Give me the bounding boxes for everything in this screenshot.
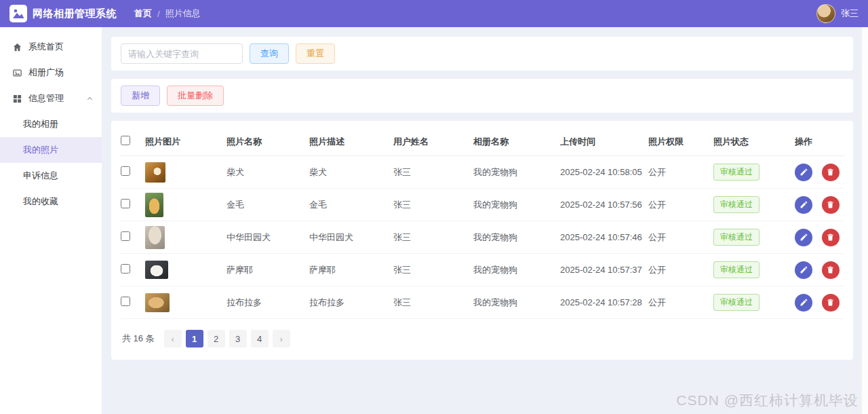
photo-thumbnail[interactable] xyxy=(145,226,165,249)
cell-user-name: 张三 xyxy=(393,166,473,178)
photo-thumbnail[interactable] xyxy=(145,162,165,183)
delete-button[interactable] xyxy=(822,164,840,181)
reset-button[interactable]: 重置 xyxy=(296,43,335,64)
col-header-user: 用户姓名 xyxy=(393,136,473,148)
cell-photo-name: 金毛 xyxy=(226,199,309,211)
main-content: 查询 重置 新增 批量删除 照片图片 照片名称 照片描述 用户姓名 相册名称 上… xyxy=(102,27,861,414)
cell-photo-name: 萨摩耶 xyxy=(226,264,309,276)
cell-permission: 公开 xyxy=(648,166,713,178)
col-header-actions: 操作 xyxy=(795,136,844,148)
sidebar-item-my-photos[interactable]: 我的照片 xyxy=(0,137,102,163)
cell-photo-desc: 金毛 xyxy=(309,199,393,211)
sidebar: 系统首页 相册广场 信息管理 我的相册 我的照片 申诉信息 我的收藏 xyxy=(0,27,102,414)
query-button[interactable]: 查询 xyxy=(250,43,289,64)
breadcrumb-current: 照片信息 xyxy=(165,7,201,20)
cell-album-name: 我的宠物狗 xyxy=(473,166,560,178)
prev-page-button[interactable]: ‹ xyxy=(164,330,182,347)
app-header: 网络相册管理系统 首页 / 照片信息 张三 xyxy=(0,0,868,27)
status-badge: 审核通过 xyxy=(713,164,760,181)
next-page-button[interactable]: › xyxy=(273,330,290,347)
table-row: 萨摩耶 萨摩耶 张三 我的宠物狗 2025-02-24 10:57:37 公开 … xyxy=(121,254,844,286)
sidebar-item-info-management[interactable]: 信息管理 xyxy=(0,86,102,111)
table-header-row: 照片图片 照片名称 照片描述 用户姓名 相册名称 上传时间 照片权限 照片状态 … xyxy=(121,128,844,156)
col-header-album: 相册名称 xyxy=(473,136,560,148)
col-header-photo: 照片图片 xyxy=(145,136,226,148)
edit-button[interactable] xyxy=(795,164,812,181)
row-checkbox[interactable] xyxy=(121,297,130,306)
breadcrumb: 首页 / 照片信息 xyxy=(134,7,201,20)
batch-delete-button[interactable]: 批量删除 xyxy=(167,86,224,106)
edit-button[interactable] xyxy=(795,294,812,312)
col-header-name: 照片名称 xyxy=(226,136,309,148)
cell-permission: 公开 xyxy=(648,231,713,244)
cell-upload-time: 2025-02-24 10:57:37 xyxy=(560,265,648,275)
home-icon xyxy=(12,42,22,52)
col-header-status: 照片状态 xyxy=(713,136,795,148)
cell-album-name: 我的宠物狗 xyxy=(473,297,560,309)
delete-button[interactable] xyxy=(822,196,840,214)
sidebar-item-my-albums[interactable]: 我的相册 xyxy=(0,111,102,137)
photo-thumbnail[interactable] xyxy=(145,193,163,217)
cell-upload-time: 2025-02-24 10:57:46 xyxy=(560,232,648,242)
select-all-checkbox[interactable] xyxy=(121,136,130,145)
cell-album-name: 我的宠物狗 xyxy=(473,264,560,276)
cell-photo-name: 柴犬 xyxy=(226,166,309,178)
row-checkbox[interactable] xyxy=(121,166,130,176)
cell-permission: 公开 xyxy=(648,264,713,276)
chevron-up-icon xyxy=(86,95,94,102)
header-user-area[interactable]: 张三 xyxy=(816,4,859,23)
cell-permission: 公开 xyxy=(648,199,713,211)
col-header-time: 上传时间 xyxy=(560,136,648,148)
table-row: 中华田园犬 中华田园犬 张三 我的宠物狗 2025-02-24 10:57:46… xyxy=(121,221,844,254)
row-checkbox[interactable] xyxy=(121,264,130,274)
page-button-3[interactable]: 3 xyxy=(229,330,247,347)
status-badge: 审核通过 xyxy=(713,229,760,246)
sidebar-item-album-plaza[interactable]: 相册广场 xyxy=(0,60,102,86)
status-badge: 审核通过 xyxy=(713,294,760,311)
sidebar-item-label: 信息管理 xyxy=(28,92,64,105)
edit-button[interactable] xyxy=(795,261,812,279)
page-button-1[interactable]: 1 xyxy=(186,330,203,347)
sidebar-item-my-favorites[interactable]: 我的收藏 xyxy=(0,189,102,214)
delete-button[interactable] xyxy=(822,294,840,312)
user-avatar[interactable] xyxy=(816,4,835,23)
edit-button[interactable] xyxy=(795,196,812,214)
sidebar-item-label: 相册广场 xyxy=(28,67,64,79)
add-button[interactable]: 新增 xyxy=(121,86,160,106)
delete-button[interactable] xyxy=(822,229,840,246)
table-row: 柴犬 柴犬 张三 我的宠物狗 2025-02-24 10:58:05 公开 审核… xyxy=(121,156,844,189)
col-header-desc: 照片描述 xyxy=(309,136,393,148)
photo-thumbnail[interactable] xyxy=(145,261,168,279)
table-row: 金毛 金毛 张三 我的宠物狗 2025-02-24 10:57:56 公开 审核… xyxy=(121,189,844,221)
sidebar-item-label: 申诉信息 xyxy=(23,170,58,182)
cell-photo-name: 中华田园犬 xyxy=(226,231,309,244)
photo-thumbnail[interactable] xyxy=(145,293,170,312)
cell-user-name: 张三 xyxy=(393,297,473,309)
row-checkbox[interactable] xyxy=(121,231,130,241)
breadcrumb-home[interactable]: 首页 xyxy=(134,7,152,20)
cell-photo-name: 拉布拉多 xyxy=(226,297,309,309)
scrollbar[interactable] xyxy=(861,27,868,414)
row-checkbox[interactable] xyxy=(121,199,130,208)
app-logo-icon xyxy=(9,5,27,22)
cell-photo-desc: 拉布拉多 xyxy=(309,297,393,309)
cell-user-name: 张三 xyxy=(393,231,473,244)
search-input[interactable] xyxy=(121,43,243,64)
pagination-total: 共 16 条 xyxy=(122,333,155,345)
cell-photo-desc: 柴犬 xyxy=(309,166,393,178)
edit-button[interactable] xyxy=(795,229,812,246)
cell-permission: 公开 xyxy=(648,297,713,309)
sidebar-item-label: 系统首页 xyxy=(28,41,64,53)
status-badge: 审核通过 xyxy=(713,261,760,278)
cell-user-name: 张三 xyxy=(393,264,473,276)
logo-box: 网络相册管理系统 xyxy=(9,5,117,22)
user-name: 张三 xyxy=(841,7,859,20)
cell-album-name: 我的宠物狗 xyxy=(473,231,560,244)
sidebar-item-home[interactable]: 系统首页 xyxy=(0,34,102,60)
grid-icon xyxy=(12,94,22,104)
sidebar-item-appeals[interactable]: 申诉信息 xyxy=(0,163,102,189)
status-badge: 审核通过 xyxy=(713,196,760,213)
delete-button[interactable] xyxy=(822,261,840,279)
page-button-4[interactable]: 4 xyxy=(251,330,269,347)
page-button-2[interactable]: 2 xyxy=(208,330,225,347)
